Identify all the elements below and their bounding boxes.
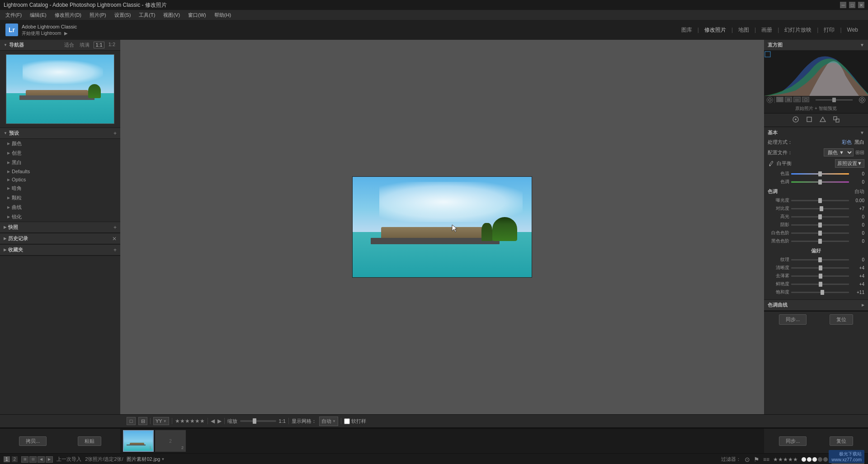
menu-item-视图v[interactable]: 视图(V) [160,11,184,19]
star-ratings-toolbar[interactable]: ★★★★★★ [175,418,205,424]
menu-item-修改照片d[interactable]: 修改照片(D) [51,11,85,19]
nav-left-icon[interactable]: ◀ [38,456,45,463]
view-compare-btn[interactable]: ⊟ [138,417,147,425]
view-survey-icon[interactable]: ⬡ [802,97,809,102]
histogram-expand-icon[interactable]: ▼ [860,43,864,47]
navigator-header[interactable]: ▼ 导航器 适合 填满 1:1 1:2 [0,40,120,51]
module-map[interactable]: 地图 [734,24,754,36]
page-indicator-1[interactable]: 1 [4,456,10,462]
filmstrip-thumb-2[interactable]: 2 2 [155,430,186,452]
saturation-thumb[interactable] [821,290,824,295]
clip-shadow-icon[interactable] [767,97,773,103]
reset-button[interactable]: 复位 [830,314,853,325]
page-indicator-2[interactable]: 2 [12,456,18,462]
preset-item-vignette[interactable]: ▶ 暗角 [0,184,120,193]
nav-next-btn[interactable]: ▶ [217,418,222,424]
history-close-icon[interactable]: ✕ [112,236,117,242]
paste-button[interactable]: 粘贴 [78,436,101,446]
preset-item-optics[interactable]: ▶ Optics [0,175,120,184]
view-compare-icon[interactable]: ⊟ [785,97,792,102]
presets-header[interactable]: ▼ 预设 + [0,128,120,139]
sync-button[interactable]: 同步... [779,314,807,325]
dehaze-thumb[interactable] [819,274,822,279]
preset-item-grain[interactable]: ▶ 颗粒 [0,193,120,203]
close-button[interactable]: ✕ [858,2,864,8]
filter-color-flag-icon[interactable]: ⚑ [754,456,760,463]
process-color-option[interactable]: 彩色 [842,139,852,146]
filter-stars-icon[interactable]: ★★★★★ [773,456,798,463]
histogram-slider-thumb[interactable] [832,98,836,102]
zoom-1to2[interactable]: 1:2 [107,42,117,48]
tone-auto-button[interactable]: 自动 [854,188,864,195]
color-dot-gray2[interactable] [823,457,828,462]
module-slideshow[interactable]: 幻灯片放映 [780,24,816,36]
module-print[interactable]: 打印 [819,24,839,36]
preset-item-defaults[interactable]: ▶ Defaults [0,167,120,175]
snapshots-header[interactable]: ▶ 快照 + [0,222,120,233]
menu-item-工具t[interactable]: 工具(T) [135,11,159,19]
menu-item-窗口w[interactable]: 窗口(W) [184,11,210,19]
shadows-thumb[interactable] [818,223,822,227]
preset-item-color[interactable]: ▶ 颜色 [0,139,120,148]
zoom-fit[interactable]: 适合 [63,42,75,48]
heal-tool-icon[interactable] [792,116,799,124]
nav-prev-btn[interactable]: ◀ [211,418,215,424]
soft-proof-toggle[interactable]: 软打样 [344,418,366,425]
histogram-header[interactable]: 直方图 ▼ [764,40,868,51]
module-book[interactable]: 画册 [757,24,777,36]
minimize-button[interactable]: ─ [840,2,846,8]
tone-curve-expand-icon[interactable]: ▶ [862,303,864,307]
filename-label[interactable]: 图片素材02.jpg ▼ [127,456,165,463]
menu-item-设置s[interactable]: 设置(S) [111,11,135,19]
module-web[interactable]: Web [843,25,863,35]
tint-thumb[interactable] [818,180,822,185]
logo-arrow-icon[interactable]: ▶ [64,30,68,36]
module-library[interactable]: 图库 [677,24,697,36]
filmstrip-reset-button[interactable]: 复位 [830,436,853,446]
gradient-filter-icon[interactable] [819,116,826,124]
collections-header[interactable]: ▶ 收藏夹 + [0,245,120,256]
transform-icon[interactable] [833,116,840,124]
clarity-thumb[interactable] [819,265,822,270]
process-bw-option[interactable]: 黑白 [854,139,864,146]
eyedropper-icon[interactable] [768,160,775,167]
color-dot-white3[interactable] [812,457,817,462]
copy-button[interactable]: 拷贝... [19,436,47,446]
filmstrip-thumb-1[interactable]: 1 [123,430,154,452]
profile-grid-icon[interactable]: ⊞⊞ [855,149,864,156]
vibrance-thumb[interactable] [819,282,822,287]
auto-dropdown[interactable]: 自动 ▼ [319,417,338,426]
preset-item-sharpen[interactable]: ▶ 锐化 [0,212,120,222]
zoom-1to1[interactable]: 1:1 [94,42,104,48]
histogram-slider-track[interactable] [816,99,853,100]
sort-dropdown[interactable]: YY ▼ [153,417,169,425]
menu-item-帮助h[interactable]: 帮助(H) [211,11,235,19]
color-dot-white2[interactable] [807,457,811,462]
profile-dropdown[interactable]: 颜色 ▼ [824,148,854,156]
menu-item-照片p[interactable]: 照片(P) [86,11,110,19]
filter-three-lines-icon[interactable]: ≡≡ [763,456,769,463]
wb-preset-dropdown[interactable]: 原照设置▼ [835,159,864,168]
zoom-slider-track[interactable] [240,420,276,422]
color-dot-gray1[interactable] [818,457,822,462]
module-develop[interactable]: 修改照片 [700,24,731,36]
temp-thumb[interactable] [818,171,822,176]
preset-item-creative[interactable]: ▶ 创意 [0,148,120,158]
collections-add-icon[interactable]: + [113,247,117,253]
clip-highlight-icon[interactable] [859,97,865,103]
view-split-icon[interactable]: ▭ [793,97,801,102]
basic-expand-icon[interactable]: ▼ [860,130,864,135]
list-view-icon[interactable]: ⊟ [29,456,37,463]
view-single-icon[interactable]: □ [776,97,783,102]
menu-item-编辑e[interactable]: 编辑(E) [26,11,50,19]
menu-item-文件f[interactable]: 文件(F) [2,11,25,19]
nav-right-icon[interactable]: ▶ [46,456,53,463]
app-tagline[interactable]: 开始使用 Lightroom ▶ [22,30,77,36]
contrast-thumb[interactable] [820,206,823,211]
filmstrip-sync-button[interactable]: 同步... [779,436,807,446]
zoom-fill[interactable]: 填满 [78,42,91,48]
whites-thumb[interactable] [818,231,822,236]
zoom-slider-thumb[interactable] [253,418,256,424]
presets-add-icon[interactable]: + [113,130,117,137]
view-single-btn[interactable]: □ [127,417,136,425]
